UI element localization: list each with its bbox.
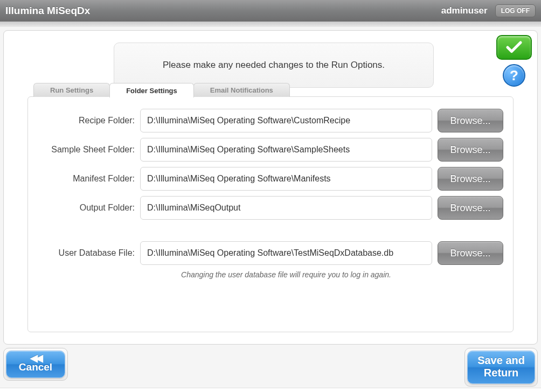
help-button[interactable]: ? — [503, 64, 525, 87]
input-manifest-folder[interactable] — [140, 167, 432, 191]
label-recipe-folder: Recipe Folder: — [38, 116, 140, 125]
row-recipe-folder: Recipe Folder: Browse... — [38, 109, 503, 132]
row-samplesheet-folder: Sample Sheet Folder: Browse... — [38, 138, 503, 162]
save-and-return-button[interactable]: Save and Return — [467, 351, 535, 384]
tab-email-notifications[interactable]: Email Notifications — [193, 83, 290, 97]
tab-strip: Run Settings Folder Settings Email Notif… — [33, 83, 289, 97]
row-output-folder: Output Folder: Browse... — [38, 196, 503, 220]
tab-panel: Run Settings Folder Settings Email Notif… — [27, 96, 514, 332]
folder-settings-form: Recipe Folder: Browse... Sample Sheet Fo… — [28, 97, 513, 284]
input-user-database[interactable] — [140, 241, 432, 265]
input-recipe-folder[interactable] — [140, 109, 432, 132]
label-output-folder: Output Folder: — [38, 203, 140, 213]
tab-folder-settings[interactable]: Folder Settings — [109, 83, 194, 97]
browse-output-folder[interactable]: Browse... — [438, 196, 503, 220]
back-arrows-icon: ◀◀ — [16, 354, 55, 362]
instruction-text: Please make any needed changes to the Ru… — [114, 43, 434, 88]
save-label-line2: Return — [477, 367, 525, 379]
action-bar: ◀◀ Cancel Save and Return — [0, 348, 541, 388]
label-samplesheet-folder: Sample Sheet Folder: — [38, 145, 140, 155]
label-manifest-folder: Manifest Folder: — [38, 174, 140, 184]
row-manifest-folder: Manifest Folder: Browse... — [38, 167, 503, 191]
browse-samplesheet-folder[interactable]: Browse... — [438, 138, 503, 162]
input-output-folder[interactable] — [140, 196, 432, 220]
cancel-frame: ◀◀ Cancel — [3, 348, 68, 381]
cancel-label: Cancel — [19, 361, 52, 373]
input-samplesheet-folder[interactable] — [140, 138, 432, 162]
tab-run-settings[interactable]: Run Settings — [33, 83, 110, 97]
header-divider — [0, 22, 541, 27]
main-panel: Please make any needed changes to the Ru… — [3, 30, 538, 345]
save-frame: Save and Return — [464, 348, 538, 387]
logoff-button[interactable]: LOG OFF — [495, 4, 536, 17]
status-bar: 4.00 °C 25.00 °C Z — [0, 388, 541, 392]
user-database-note: Changing the user database file will req… — [140, 270, 432, 279]
label-user-database: User Database File: — [38, 248, 140, 258]
browse-recipe-folder[interactable]: Browse... — [438, 109, 503, 132]
title-bar: Illumina MiSeqDx adminuser LOG OFF — [0, 0, 541, 22]
row-user-database: User Database File: Browse... — [38, 241, 503, 265]
help-icon: ? — [510, 67, 518, 84]
browse-user-database[interactable]: Browse... — [438, 241, 503, 265]
app-title: Illumina MiSeqDx — [5, 5, 441, 17]
browse-manifest-folder[interactable]: Browse... — [438, 167, 503, 191]
current-username: adminuser — [441, 5, 488, 16]
cancel-button[interactable]: ◀◀ Cancel — [6, 351, 65, 378]
save-label-line1: Save and — [477, 354, 525, 367]
status-ok-icon — [496, 35, 532, 60]
